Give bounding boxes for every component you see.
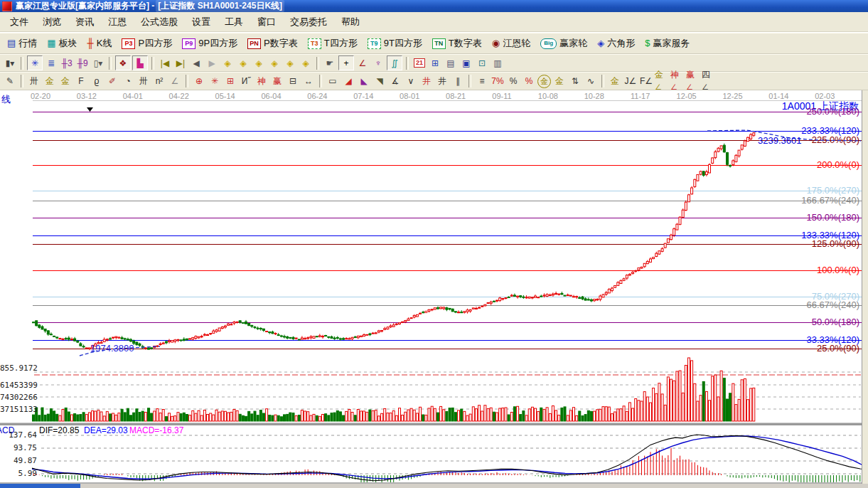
horizontal-scrollbar[interactable] bbox=[0, 484, 80, 488]
bottom-border-strip bbox=[80, 484, 868, 488]
volume-tick-2: 74302266 bbox=[0, 393, 38, 402]
price-annotation-low: 1974.3800 bbox=[90, 343, 134, 354]
volume-tick-0: 855.9172 bbox=[0, 364, 38, 373]
macd-tick-1: 93.75 bbox=[0, 443, 37, 452]
macd-tick-0: 137.64 bbox=[0, 430, 37, 440]
chart-canvas[interactable] bbox=[0, 0, 868, 488]
right-border-strip bbox=[862, 90, 868, 484]
macd-dif-value: DIF=20.85 bbox=[39, 425, 79, 435]
price-annotation-high: 3239.3601 bbox=[758, 135, 801, 146]
macd-dea-value: DEA=29.03 bbox=[84, 425, 128, 435]
volume-tick-3: 37151133 bbox=[0, 405, 38, 414]
macd-tick-2: 49.87 bbox=[0, 456, 37, 465]
app-window: 赢家江恩专业版[赢家内部服务平台] - [上证指数 SH1A0001-245日K… bbox=[0, 0, 868, 488]
macd-tick-3: 5.99 bbox=[0, 469, 37, 478]
volume-tick-1: 61453399 bbox=[0, 381, 38, 390]
macd-value: MACD=-16.37 bbox=[129, 425, 183, 435]
